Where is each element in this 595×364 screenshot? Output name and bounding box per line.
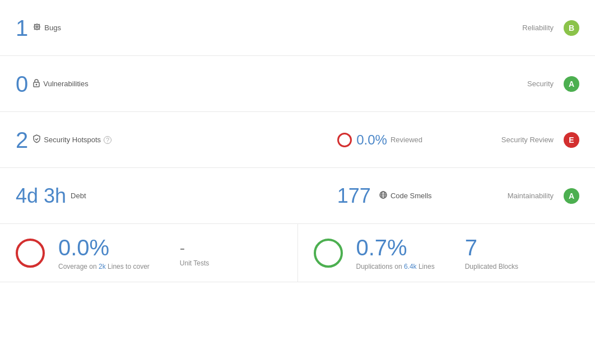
bugs-section: 1 Bugs Reliability B (0, 0, 595, 56)
hotspots-reviewed-group: 0.0% Reviewed (337, 132, 422, 148)
vulnerabilities-section: 0 Vulnerabilities Security A (0, 56, 595, 112)
coverage-suffix: Lines to cover (108, 263, 150, 270)
smells-group: 177 Code Smells (337, 186, 432, 206)
dup-circle-icon (314, 239, 343, 268)
hotspots-label: Security Hotspots (44, 136, 101, 144)
dup-suffix: Lines (419, 263, 435, 270)
bugs-rating-label: Reliability (522, 24, 554, 32)
shield-icon (32, 134, 41, 145)
vuln-rating-badge[interactable]: A (564, 76, 579, 92)
hotspots-left: 2 Security Hotspots ? (16, 129, 258, 151)
bugs-label-group: Bugs (32, 22, 61, 33)
dup-percentage[interactable]: 0.7% (356, 235, 407, 260)
hotspots-rating-badge[interactable]: E (564, 132, 579, 148)
dup-sub: Duplications on 6.4k Lines (356, 263, 435, 270)
bugs-left: 1 Bugs (16, 17, 512, 39)
hotspots-section: 2 Security Hotspots ? 0.0% Reviewed Secu… (0, 112, 595, 168)
hotspots-info-icon[interactable]: ? (104, 136, 111, 144)
dup-block: 0.7% Duplications on 6.4k Lines (356, 235, 435, 270)
dup-lines-link[interactable]: 6.4k (404, 263, 417, 270)
unit-tests-label: Unit Tests (180, 259, 209, 267)
vuln-right: Security A (512, 76, 579, 92)
unit-tests-block: - Unit Tests (180, 239, 209, 267)
bugs-count[interactable]: 1 (16, 17, 28, 39)
coverage-section: 0.0% Coverage on 2k Lines to cover - Uni… (0, 224, 298, 282)
lock-icon (32, 78, 40, 89)
duplications-section: 0.7% Duplications on 6.4k Lines 7 Duplic… (298, 224, 596, 282)
vuln-rating-label: Security (527, 80, 554, 88)
coverage-circle-icon (16, 239, 45, 268)
coverage-lines-link[interactable]: 2k (99, 263, 106, 270)
maint-rating-badge[interactable]: A (564, 188, 579, 204)
coverage-block: 0.0% Coverage on 2k Lines to cover (58, 235, 150, 270)
smells-count[interactable]: 177 (337, 186, 371, 206)
vuln-label: Vulnerabilities (43, 80, 88, 88)
hotspots-rating-label: Security Review (501, 136, 554, 144)
bugs-label: Bugs (44, 24, 61, 32)
vuln-label-group: Vulnerabilities (32, 78, 88, 89)
maint-middle: 177 Code Smells (262, 186, 508, 206)
smells-label-group: Code Smells (379, 190, 432, 201)
maint-right: Maintainability A (508, 188, 579, 204)
bug-icon (32, 22, 41, 33)
maint-left: 4d 3h Debt (16, 186, 262, 206)
vuln-left: 0 Vulnerabilities (16, 73, 512, 95)
bottom-section: 0.0% Coverage on 2k Lines to cover - Uni… (0, 224, 595, 282)
hotspots-reviewed: Reviewed (391, 136, 422, 144)
unit-tests-dash: - (180, 239, 209, 257)
dup-blocks-block: 7 Duplicated Blocks (465, 235, 518, 270)
coverage-percentage[interactable]: 0.0% (58, 235, 109, 260)
coverage-main: 0.0% (58, 235, 109, 260)
hotspots-circle-icon (337, 133, 352, 147)
dup-main: 0.7% (356, 235, 407, 260)
hotspots-label-group: Security Hotspots ? (32, 134, 111, 145)
maint-rating-label: Maintainability (508, 192, 554, 200)
hotspots-middle: 0.0% Reviewed (258, 132, 501, 148)
coverage-label: Coverage on (58, 263, 97, 270)
dup-blocks-count[interactable]: 7 (465, 235, 518, 260)
smells-label: Code Smells (391, 192, 432, 200)
vuln-count[interactable]: 0 (16, 73, 28, 95)
debt-value[interactable]: 4d 3h (16, 186, 66, 206)
svg-point-8 (36, 84, 38, 86)
hotspots-count[interactable]: 2 (16, 129, 28, 151)
debt-label: Debt (71, 192, 86, 200)
hotspots-percentage: 0.0% (356, 132, 387, 148)
hotspots-right: Security Review E (501, 132, 579, 148)
bugs-right: Reliability B (512, 20, 579, 36)
bugs-rating-badge[interactable]: B (564, 20, 579, 36)
dup-label: Duplications on (356, 263, 402, 270)
globe-icon (379, 190, 388, 201)
dup-blocks-label: Duplicated Blocks (465, 263, 518, 270)
maintainability-section: 4d 3h Debt 177 Code Smells Maintainab (0, 168, 595, 224)
coverage-sub: Coverage on 2k Lines to cover (58, 263, 150, 270)
